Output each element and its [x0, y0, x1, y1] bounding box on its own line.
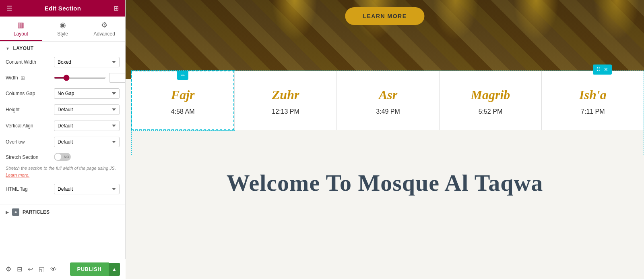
- width-slider-wrap: [54, 73, 126, 83]
- publish-dropdown-button[interactable]: ▲: [109, 263, 120, 276]
- height-row: Height Default Fit to Screen Min Height: [6, 104, 120, 115]
- vertical-align-select[interactable]: Default Top Middle Bottom: [54, 121, 120, 131]
- collapse-arrow-icon: ▼: [6, 46, 10, 51]
- content-width-select[interactable]: Boxed Full Width: [54, 57, 120, 67]
- overflow-label: Overflow: [6, 139, 54, 145]
- particles-arrow-icon: ▶: [6, 210, 9, 214]
- prayer-name-isha: Ish'a: [579, 87, 607, 102]
- particles-icon: ✦: [12, 208, 19, 216]
- height-label: Height: [6, 107, 54, 112]
- layout-tab-icon: ▦: [17, 21, 24, 29]
- advanced-tab-icon: ⚙: [101, 21, 107, 29]
- bottom-toolbar: ⚙ ⊟ ↩ ◱ 👁 PUBLISH ▲: [0, 259, 126, 279]
- prayer-card-isha[interactable]: Ish'a 7:11 PM: [542, 71, 644, 130]
- toggle-knob: [55, 154, 61, 160]
- grid-icon[interactable]: ⊞: [114, 4, 119, 12]
- learn-more-button[interactable]: LEARN MORE: [345, 7, 424, 25]
- overflow-select[interactable]: Default Hidden Auto: [54, 137, 120, 147]
- preview-icon[interactable]: 👁: [50, 266, 57, 273]
- prayer-time-isha: 7:11 PM: [581, 108, 605, 115]
- section-toolbar: ⠿ ✕: [593, 65, 612, 75]
- prayer-card-fajr[interactable]: ✏ Fajr 4:58 AM: [131, 71, 234, 130]
- content-width-control: Boxed Full Width: [54, 57, 120, 67]
- height-select[interactable]: Default Fit to Screen Min Height: [54, 104, 120, 115]
- width-row: Width ⊞: [6, 73, 120, 83]
- stretch-hint: Stretch the section to the full width of…: [6, 165, 120, 178]
- vertical-align-label: Vertical Align: [6, 123, 54, 129]
- panel-tabs: ▦ Layout ◉ Style ⚙ Advanced: [0, 17, 125, 42]
- width-input[interactable]: [109, 73, 126, 83]
- particles-row[interactable]: ▶ ✦ Particles: [0, 204, 125, 220]
- columns-gap-label: Columns Gap: [6, 91, 54, 96]
- tab-layout[interactable]: ▦ Layout: [0, 17, 42, 41]
- section-heading-label: Layout: [13, 46, 33, 51]
- templates-icon[interactable]: ◱: [39, 265, 45, 273]
- panel-title: Edit Section: [45, 5, 81, 12]
- columns-gap-select[interactable]: No Gap Narrow Default Wide: [54, 88, 120, 99]
- stretch-section-label: Stretch Section: [6, 153, 54, 160]
- prayer-card-asr[interactable]: Asr 3:49 PM: [337, 71, 439, 130]
- stretch-section-toggle-wrap: NO: [54, 153, 120, 161]
- width-label-text: Width: [6, 75, 18, 81]
- prayer-section: ✏ Fajr 4:58 AM Zuhr 12:13 PM Asr 3:49 PM…: [131, 71, 644, 130]
- move-icon[interactable]: ⠿: [595, 66, 602, 73]
- content-width-label: Content Width: [6, 59, 54, 65]
- stretch-section-row: Stretch Section NO: [6, 153, 120, 161]
- particles-label: Particles: [23, 209, 50, 215]
- style-tab-icon: ◉: [60, 21, 66, 29]
- columns-gap-control: No Gap Narrow Default Wide: [54, 88, 120, 99]
- tab-advanced[interactable]: ⚙ Advanced: [83, 17, 125, 41]
- welcome-text: Welcome To Mosque Al Taqwa: [138, 169, 632, 196]
- close-section-icon[interactable]: ✕: [603, 66, 609, 73]
- panel-header: ☰ Edit Section ⊞: [0, 0, 125, 17]
- layout-section: ▼ Layout Content Width Boxed Full Width …: [0, 42, 125, 204]
- columns-gap-row: Columns Gap No Gap Narrow Default Wide: [6, 88, 120, 99]
- stretch-hint-text: Stretch the section to the full width of…: [6, 166, 116, 171]
- vertical-align-row: Vertical Align Default Top Middle Bottom: [6, 121, 120, 131]
- welcome-section: Welcome To Mosque Al Taqwa: [126, 157, 644, 208]
- html-tag-control: Default header main footer section artic…: [54, 184, 120, 194]
- stretch-section-toggle[interactable]: NO: [54, 153, 71, 161]
- content-width-row: Content Width Boxed Full Width: [6, 57, 120, 67]
- prayer-card-zuhr[interactable]: Zuhr 12:13 PM: [234, 71, 336, 130]
- prayer-time-zuhr: 12:13 PM: [272, 108, 299, 115]
- prayer-card-magrib[interactable]: Magrib 5:52 PM: [439, 71, 541, 130]
- bottom-toolbar-icons: ⚙ ⊟ ↩ ◱ 👁: [6, 265, 57, 273]
- canvas: LEARN MORE ⠿ ✕ ⊞ ✏ Fajr 4:58 AM Zuhr 12:…: [126, 0, 644, 279]
- height-control: Default Fit to Screen Min Height: [54, 104, 120, 115]
- prayer-name-asr: Asr: [379, 87, 397, 102]
- settings-icon[interactable]: ⚙: [6, 265, 11, 273]
- html-tag-label: HTML Tag: [6, 186, 54, 192]
- width-label: Width ⊞: [6, 75, 54, 81]
- tab-style[interactable]: ◉ Style: [42, 17, 84, 41]
- stretch-learn-more-link[interactable]: Learn more.: [6, 173, 29, 177]
- html-tag-row: HTML Tag Default header main footer sect…: [6, 184, 120, 194]
- publish-button[interactable]: PUBLISH: [70, 262, 109, 276]
- hamburger-icon[interactable]: ☰: [6, 4, 12, 12]
- html-tag-select[interactable]: Default header main footer section artic…: [54, 184, 120, 194]
- tab-style-label: Style: [57, 31, 68, 37]
- left-panel: ☰ Edit Section ⊞ ▦ Layout ◉ Style ⚙ Adva…: [0, 0, 126, 279]
- prayer-time-fajr: 4:58 AM: [171, 108, 195, 115]
- prayer-name-zuhr: Zuhr: [272, 87, 299, 102]
- section-heading-layout[interactable]: ▼ Layout: [6, 46, 120, 51]
- vertical-align-control: Default Top Middle Bottom: [54, 121, 120, 131]
- prayer-time-magrib: 5:52 PM: [479, 108, 503, 115]
- history-icon[interactable]: ↩: [28, 265, 33, 273]
- toggle-no-label: NO: [64, 155, 70, 159]
- overflow-row: Overflow Default Hidden Auto: [6, 137, 120, 147]
- prayer-name-magrib: Magrib: [471, 87, 510, 102]
- prayer-time-asr: 3:49 PM: [376, 108, 400, 115]
- prayer-name-fajr: Fajr: [171, 87, 195, 102]
- publish-btn-wrap: PUBLISH ▲: [70, 262, 120, 276]
- tab-advanced-label: Advanced: [93, 31, 115, 37]
- width-icon: ⊞: [21, 75, 25, 81]
- tab-layout-label: Layout: [14, 31, 28, 37]
- edit-card-icon[interactable]: ✏: [177, 71, 188, 80]
- width-slider[interactable]: [54, 77, 106, 79]
- layers-icon[interactable]: ⊟: [17, 265, 22, 273]
- overflow-control: Default Hidden Auto: [54, 137, 120, 147]
